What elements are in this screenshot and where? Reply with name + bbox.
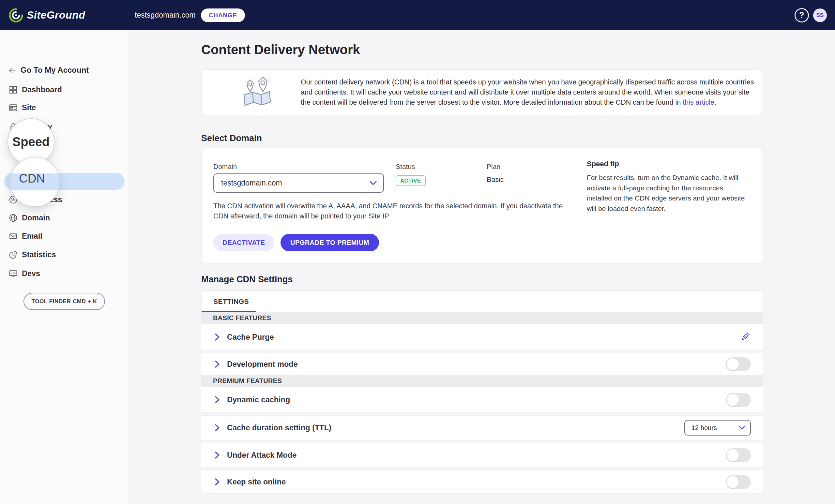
chevron-right-icon[interactable] <box>215 361 220 368</box>
cdn-description: Our content delivery network (CDN) is a … <box>301 77 756 108</box>
sidebar-item-site[interactable]: Site <box>9 103 36 112</box>
cdn-description-period: . <box>714 99 716 106</box>
speed-tip: Speed tip For best results, turn on the … <box>587 160 750 213</box>
select-domain-heading: Select Domain <box>201 133 763 143</box>
sidebar-item-statistics[interactable]: Statistics <box>9 250 56 259</box>
sidebar-item-label: Statistics <box>22 250 56 259</box>
email-icon <box>9 232 18 240</box>
toggle-development-mode[interactable] <box>726 357 751 371</box>
sidebar: Go To My Account DashboardSiteSecuritySp… <box>0 30 129 504</box>
sidebar-item-domain[interactable]: Domain <box>9 213 50 222</box>
chevron-right-icon[interactable] <box>215 478 220 485</box>
chevron-down-icon <box>370 181 377 186</box>
logo-text: SiteGround <box>27 9 85 21</box>
globe-icon <box>9 213 18 222</box>
site-icon <box>9 103 18 112</box>
ttl-select-value: 12 hours <box>691 424 717 432</box>
feature-row-dynamic-caching[interactable]: Dynamic caching <box>201 387 763 413</box>
chevron-right-icon[interactable] <box>215 451 220 459</box>
toggle-under-attack[interactable] <box>726 448 751 462</box>
plan-label: Plan <box>487 163 500 170</box>
active-tab-underline <box>202 311 256 312</box>
change-domain-button[interactable]: CHANGE <box>201 8 245 22</box>
sidebar-back-label: Go To My Account <box>21 65 89 75</box>
feature-row-cache-ttl[interactable]: Cache duration setting (TTL)12 hours <box>201 415 763 440</box>
feature-control <box>740 331 751 343</box>
top-bar: SiteGround testsgdomain.com CHANGE ? SS <box>0 0 835 30</box>
dashboard-icon <box>9 85 18 94</box>
domain-select-value: testsgdomain.com <box>221 178 282 187</box>
this-article-link[interactable]: this article <box>683 99 714 106</box>
sidebar-item-label: Devs <box>22 269 40 278</box>
chevron-right-icon[interactable] <box>215 334 220 341</box>
avatar[interactable]: SS <box>813 8 827 22</box>
magnifier-cdn: CDN <box>10 157 60 207</box>
deactivate-button[interactable]: DEACTIVATE <box>213 234 274 251</box>
chevron-right-icon[interactable] <box>215 396 220 403</box>
magnified-speed-label: Speed <box>13 135 49 149</box>
main-content: Content Delivery Network Our content del… <box>129 30 835 504</box>
feature-control: 12 hours <box>684 420 751 436</box>
domain-label: Domain <box>213 163 237 170</box>
feature-row-keep-site-online[interactable]: Keep site online <box>201 470 763 493</box>
sidebar-item-devs[interactable]: </>Devs <box>9 269 40 278</box>
feature-label: Dynamic caching <box>227 395 290 404</box>
upgrade-to-premium-button[interactable]: UPGRADE TO PREMIUM <box>281 234 379 251</box>
help-glyph: ? <box>799 10 804 20</box>
purge-broom-icon[interactable] <box>740 331 751 343</box>
domain-select[interactable]: testsgdomain.com <box>213 173 384 193</box>
feature-label: Keep site online <box>227 478 286 486</box>
toggle-knob <box>726 394 739 406</box>
help-icon[interactable]: ? <box>795 8 809 22</box>
sidebar-item-label: Domain <box>22 213 50 222</box>
sidebar-item-dashboard[interactable]: Dashboard <box>9 85 62 94</box>
feature-row-development-mode[interactable]: Development mode <box>201 353 763 375</box>
sidebar-back-link[interactable]: Go To My Account <box>8 65 89 75</box>
cdn-activation-note: The CDN activation will overwrite the A,… <box>213 201 566 222</box>
ttl-select[interactable]: 12 hours <box>684 420 751 436</box>
status-label: Status <box>396 163 415 170</box>
back-arrow-icon <box>8 66 17 75</box>
speed-tip-title: Speed tip <box>587 160 750 168</box>
sidebar-item-label: Email <box>22 232 42 240</box>
map-pins-icon <box>239 77 272 108</box>
speed-tip-body: For best results, turn on the Dynamic ca… <box>587 172 750 213</box>
toggle-knob <box>726 449 739 462</box>
siteground-logo-icon <box>8 8 23 23</box>
feature-control <box>726 475 751 489</box>
tab-settings[interactable]: SETTINGS <box>213 298 249 306</box>
feature-control <box>726 448 751 462</box>
page-title: Content Delivery Network <box>201 42 763 57</box>
svg-text:W: W <box>11 197 16 202</box>
toggle-keep-site-online[interactable] <box>726 475 751 489</box>
sidebar-item-email[interactable]: Email <box>9 232 42 240</box>
feature-row-cache-purge[interactable]: Cache Purge <box>201 324 763 351</box>
cdn-settings-card: SETTINGS BASIC FEATURESCache PurgeDevelo… <box>201 291 763 493</box>
devs-icon: </> <box>9 269 18 278</box>
magnified-cdn-label: CDN <box>19 172 45 186</box>
siteground-logo[interactable]: SiteGround <box>8 0 85 30</box>
toggle-knob <box>726 476 739 488</box>
feature-control <box>726 357 751 371</box>
sidebar-item-label: Site <box>22 103 36 112</box>
feature-label: Development mode <box>227 360 298 369</box>
features-section-header: PREMIUM FEATURES <box>201 375 763 387</box>
chevron-right-icon[interactable] <box>215 424 220 431</box>
settings-tab-bar: SETTINGS <box>201 291 763 312</box>
feature-row-under-attack[interactable]: Under Attack Mode <box>201 443 763 467</box>
status-badge: ACTIVE <box>396 175 426 186</box>
chevron-down-icon <box>739 426 745 430</box>
domain-switcher: testsgdomain.com CHANGE <box>135 0 245 30</box>
svg-text:</>: </> <box>11 272 16 275</box>
feature-control <box>726 393 751 407</box>
feature-label: Cache Purge <box>227 333 274 342</box>
manage-cdn-heading: Manage CDN Settings <box>201 274 763 285</box>
domain-actions: DEACTIVATE UPGRADE TO PREMIUM <box>213 234 379 251</box>
tool-finder-button[interactable]: TOOL FINDER CMD + K <box>23 293 105 310</box>
feature-label: Cache duration setting (TTL) <box>227 423 331 432</box>
toggle-dynamic-caching[interactable] <box>726 393 751 407</box>
feature-label: Under Attack Mode <box>227 451 297 460</box>
pie-icon <box>9 250 18 259</box>
toggle-knob <box>726 358 739 371</box>
plan-value: Basic <box>487 176 504 184</box>
